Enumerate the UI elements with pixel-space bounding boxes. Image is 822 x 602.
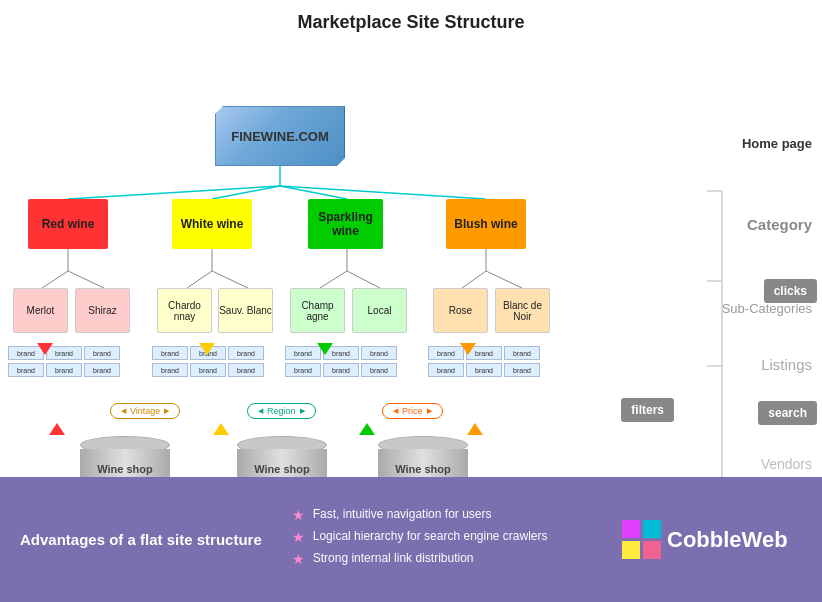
svg-line-3 <box>280 186 347 199</box>
bottom-heading: Advantages of a flat site structure <box>20 529 262 550</box>
brand-item: brand <box>228 363 264 377</box>
subcat-local: Local <box>352 288 407 333</box>
bottom-point-3: ★ Strong internal link distribution <box>292 551 592 567</box>
category-red: Red wine <box>28 199 108 249</box>
page-title: Marketplace Site Structure <box>0 0 822 41</box>
brands-red: brand brand brand brand brand brand <box>8 346 120 377</box>
brands-sparkling: brand brand brand brand brand brand <box>285 346 397 377</box>
subcat-champagne: Champ agne <box>290 288 345 333</box>
label-listings: Listings <box>761 356 812 373</box>
brand-item: brand <box>323 363 359 377</box>
label-subcategories: Sub-Categories <box>722 301 812 316</box>
label-homepage: Home page <box>742 136 812 151</box>
brands-blush: brand brand brand brand brand brand <box>428 346 540 377</box>
brand-item: brand <box>361 363 397 377</box>
arrow-yellow-down <box>199 343 215 355</box>
bottom-bar: Advantages of a flat site structure ★ Fa… <box>0 477 822 602</box>
svg-line-1 <box>68 186 280 199</box>
logo-text: CobbleWeb <box>667 527 788 553</box>
brand-item: brand <box>152 346 188 360</box>
filters-button[interactable]: filters <box>621 398 674 422</box>
category-white: White wine <box>172 199 252 249</box>
bottom-logo: CobbleWeb <box>622 520 802 560</box>
filter-region[interactable]: Region <box>247 403 316 419</box>
brand-item: brand <box>152 363 188 377</box>
bottom-point-2: ★ Logical hierarchy for search engine cr… <box>292 529 592 545</box>
clicks-button[interactable]: clicks <box>764 279 817 303</box>
arrow-orange-down <box>460 343 476 355</box>
star-icon-2: ★ <box>292 529 305 545</box>
brand-item: brand <box>228 346 264 360</box>
arrow-green-up <box>359 423 375 435</box>
arrow-red-down <box>37 343 53 355</box>
search-button[interactable]: search <box>758 401 817 425</box>
label-category: Category <box>747 216 812 233</box>
logo-squares <box>622 520 662 560</box>
category-sparkling: Sparkling wine <box>308 199 383 249</box>
subcat-rose: Rose <box>433 288 488 333</box>
svg-line-2 <box>212 186 280 199</box>
brand-item: brand <box>84 346 120 360</box>
brand-item: brand <box>8 363 44 377</box>
svg-line-10 <box>212 271 248 288</box>
star-icon-1: ★ <box>292 507 305 523</box>
logo-sq-pink <box>643 541 661 559</box>
svg-line-13 <box>347 271 380 288</box>
logo-sq-yellow <box>622 541 640 559</box>
filter-price[interactable]: Price <box>382 403 443 419</box>
svg-line-9 <box>187 271 212 288</box>
arrow-orange-up <box>467 423 483 435</box>
star-icon-3: ★ <box>292 551 305 567</box>
root-node: FINEWINE.COM <box>215 106 345 166</box>
arrow-red-up <box>49 423 65 435</box>
diagram: FINEWINE.COM Red wine White wine Sparkli… <box>0 41 822 501</box>
subcat-sauv: Sauv. Blanc <box>218 288 273 333</box>
brand-item: brand <box>285 346 321 360</box>
brand-item: brand <box>504 363 540 377</box>
label-vendors: Vendors <box>761 456 812 472</box>
logo-sq-cyan <box>643 520 661 538</box>
brand-item: brand <box>46 363 82 377</box>
filter-vintage[interactable]: Vintage <box>110 403 180 419</box>
svg-line-6 <box>42 271 68 288</box>
svg-line-12 <box>320 271 347 288</box>
category-blush: Blush wine <box>446 199 526 249</box>
svg-line-16 <box>486 271 522 288</box>
brand-item: brand <box>84 363 120 377</box>
brand-item: brand <box>190 363 226 377</box>
brand-item: brand <box>428 363 464 377</box>
subcat-blanc: Blanc de Noir <box>495 288 550 333</box>
subcat-merlot: Merlot <box>13 288 68 333</box>
brand-item: brand <box>466 363 502 377</box>
svg-line-7 <box>68 271 104 288</box>
logo-sq-purple <box>622 520 640 538</box>
subcat-shiraz: Shiraz <box>75 288 130 333</box>
bracket-svg <box>697 181 727 491</box>
arrow-green-down <box>317 343 333 355</box>
arrow-yellow-up <box>213 423 229 435</box>
subcat-chardonnay: Chardo nnay <box>157 288 212 333</box>
brand-item: brand <box>361 346 397 360</box>
svg-line-15 <box>462 271 486 288</box>
brand-item: brand <box>285 363 321 377</box>
brand-item: brand <box>504 346 540 360</box>
bottom-points: ★ Fast, intuitive navigation for users ★… <box>292 507 592 573</box>
brand-item: brand <box>428 346 464 360</box>
svg-line-4 <box>280 186 486 199</box>
bottom-point-1: ★ Fast, intuitive navigation for users <box>292 507 592 523</box>
page: Marketplace Site Structure <box>0 0 822 602</box>
